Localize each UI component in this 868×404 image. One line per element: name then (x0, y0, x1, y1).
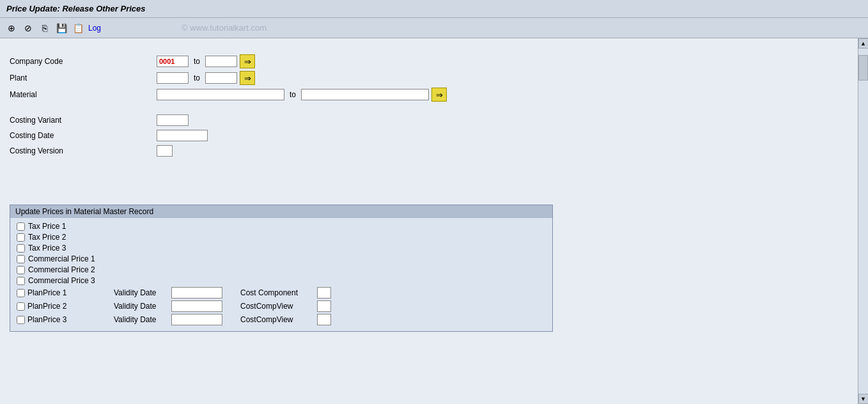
material-from-input[interactable] (157, 89, 284, 100)
app-title: Price Update: Release Other Prices (6, 4, 146, 13)
company-code-to-input[interactable] (205, 56, 237, 67)
plan-price-1-cost-comp-input[interactable] (317, 287, 331, 299)
title-bar: Price Update: Release Other Prices (0, 0, 868, 18)
plan-price-3-checkbox[interactable] (17, 316, 25, 324)
material-to-label: to (290, 90, 296, 99)
costing-variant-row: Costing Variant (10, 114, 848, 127)
costing-version-input[interactable] (157, 145, 173, 157)
plant-from-input[interactable] (157, 72, 189, 84)
scroll-up-btn[interactable]: ▲ (858, 38, 869, 49)
tax-price-2-label: Tax Price 2 (28, 233, 66, 242)
scrollbar[interactable]: ▲ ▼ (858, 38, 868, 404)
tax-price-3-label: Tax Price 3 (28, 244, 66, 252)
plan-price-2-label: PlanPrice 2 (27, 302, 111, 311)
material-label: Material (10, 90, 157, 99)
toolbar-icon-1[interactable]: ⊕ (5, 22, 18, 35)
group-box-title: Update Prices in Material Master Record (15, 207, 153, 216)
plan-price-3-cost-comp-label: CostCompView (240, 315, 317, 324)
toolbar-icon-4[interactable]: 💾 (55, 22, 68, 35)
plan-price-2-cost-comp-label: CostCompView (240, 302, 317, 311)
plan-price-3-validity-input[interactable] (171, 314, 222, 325)
plan-price-2-cost-comp-input[interactable] (317, 300, 331, 312)
company-code-nav-btn[interactable]: ⇒ (240, 54, 255, 68)
costing-version-row: Costing Version (10, 144, 848, 157)
tax-price-2-checkbox[interactable] (17, 233, 25, 242)
costing-variant-label: Costing Variant (10, 116, 157, 125)
commercial-price-1-label: Commercial Price 1 (28, 254, 95, 263)
tax-price-2-row: Tax Price 2 (17, 233, 546, 242)
costing-date-row: Costing Date (10, 129, 848, 142)
update-prices-group: Update Prices in Material Master Record … (10, 205, 553, 332)
commercial-price-2-row: Commercial Price 2 (17, 265, 546, 274)
plant-to-input[interactable] (205, 72, 237, 84)
tax-price-1-label: Tax Price 1 (28, 222, 66, 231)
plan-price-2-row: PlanPrice 2 Validity Date CostCompView (17, 300, 546, 312)
costing-date-input[interactable] (157, 130, 208, 141)
plan-price-3-cost-comp-input[interactable] (317, 314, 331, 325)
company-code-to-label: to (194, 57, 200, 66)
plant-label: Plant (10, 74, 157, 82)
commercial-price-3-checkbox[interactable] (17, 277, 25, 285)
toolbar-icon-log[interactable]: 📋 (72, 22, 84, 35)
scroll-track[interactable] (858, 49, 868, 394)
material-to-input[interactable] (301, 89, 429, 100)
plan-price-3-row: PlanPrice 3 Validity Date CostCompView (17, 314, 546, 325)
toolbar: ⊕ ⊘ ⎘ 💾 📋 Log © www.tutorialkart.com (0, 18, 868, 38)
main-area: Company Code to ⇒ Plant to ⇒ Material to (0, 38, 868, 404)
content-area: Company Code to ⇒ Plant to ⇒ Material to (0, 38, 858, 404)
material-row: Material to ⇒ (10, 88, 848, 102)
company-code-from-input[interactable] (157, 56, 189, 67)
filter-section: Company Code to ⇒ Plant to ⇒ Material to (10, 54, 848, 157)
toolbar-icon-2[interactable]: ⊘ (22, 22, 35, 35)
watermark: © www.tutorialkart.com (182, 23, 267, 33)
toolbar-icon-3[interactable]: ⎘ (38, 22, 51, 35)
plan-price-3-validity-label: Validity Date (114, 315, 171, 324)
tax-price-1-checkbox[interactable] (17, 222, 25, 231)
commercial-price-1-checkbox[interactable] (17, 255, 25, 263)
plan-price-1-checkbox[interactable] (17, 289, 25, 297)
plan-price-2-validity-input[interactable] (171, 300, 222, 312)
group-box-header: Update Prices in Material Master Record (10, 205, 552, 218)
plan-price-2-checkbox[interactable] (17, 302, 25, 311)
group-box-content: Tax Price 1 Tax Price 2 Tax Price 3 Comm… (10, 218, 552, 331)
log-label[interactable]: Log (88, 24, 101, 33)
plant-nav-btn[interactable]: ⇒ (240, 71, 255, 85)
commercial-price-1-row: Commercial Price 1 (17, 254, 546, 263)
material-nav-btn[interactable]: ⇒ (431, 88, 447, 102)
plan-price-1-validity-input[interactable] (171, 287, 222, 299)
plan-price-1-cost-comp-label: Cost Component (240, 288, 317, 297)
tax-price-3-checkbox[interactable] (17, 244, 25, 252)
tax-price-1-row: Tax Price 1 (17, 222, 546, 231)
commercial-price-2-checkbox[interactable] (17, 266, 25, 274)
plan-price-1-validity-label: Validity Date (114, 288, 171, 297)
scroll-down-btn[interactable]: ▼ (858, 394, 869, 404)
plan-price-1-row: PlanPrice 1 Validity Date Cost Component (17, 287, 546, 299)
commercial-price-2-label: Commercial Price 2 (28, 265, 95, 274)
company-code-label: Company Code (10, 57, 157, 66)
commercial-price-3-label: Commercial Price 3 (28, 276, 95, 285)
costing-version-label: Costing Version (10, 146, 157, 155)
plan-price-1-label: PlanPrice 1 (27, 288, 111, 297)
plant-to-label: to (194, 74, 200, 82)
plan-price-3-label: PlanPrice 3 (27, 315, 111, 324)
company-code-row: Company Code to ⇒ (10, 54, 848, 68)
costing-variant-input[interactable] (157, 114, 189, 126)
costing-date-label: Costing Date (10, 131, 157, 140)
scroll-thumb[interactable] (858, 55, 868, 81)
plan-price-2-validity-label: Validity Date (114, 302, 171, 311)
commercial-price-3-row: Commercial Price 3 (17, 276, 546, 285)
tax-price-3-row: Tax Price 3 (17, 244, 546, 252)
plant-row: Plant to ⇒ (10, 71, 848, 85)
